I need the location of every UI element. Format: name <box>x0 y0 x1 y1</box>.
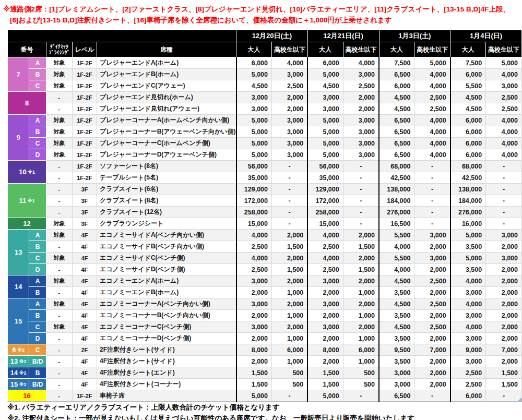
price-student-cell: 2,000 <box>343 275 379 287</box>
price-adult-cell: 2,000 <box>236 333 272 344</box>
price-student-cell: 500 <box>343 379 379 390</box>
dynamic-pricing-cell: 対象 <box>46 80 73 92</box>
price-student-cell: 2,500 <box>414 321 450 333</box>
col-header-student-3: 高校生以下 <box>414 42 450 57</box>
group-number-cell: 13 ※2 <box>8 356 29 367</box>
price-student-cell: - <box>343 161 379 172</box>
seat-letter-cell: D <box>29 333 46 344</box>
seat-letter-cell: B <box>29 241 46 253</box>
price-row: B対象1F-2FプレジャーコーナーB(アウェーベンチ向かい側)5,0003,00… <box>8 126 522 138</box>
price-adult-cell: 4,500 <box>379 275 414 287</box>
price-adult-cell: 3,500 <box>450 241 486 253</box>
price-adult-cell: 2,000 <box>307 333 343 344</box>
price-student-cell: 1,500 <box>343 264 379 275</box>
price-student-cell: 4,000 <box>486 149 522 161</box>
dynamic-pricing-cell: - <box>46 172 73 184</box>
price-student-cell: - <box>343 195 379 207</box>
price-student-cell: - <box>343 390 379 402</box>
price-adult-cell: 4,500 <box>236 80 272 92</box>
level-cell: 4F <box>72 333 97 344</box>
price-student-cell: - <box>343 218 379 230</box>
price-student-cell: - <box>486 390 522 402</box>
level-cell: 3F <box>72 207 97 218</box>
dynamic-pricing-cell: - <box>46 92 73 103</box>
price-student-cell: 4,000 <box>414 149 450 161</box>
date-header-dec21: 12月21日(日) <box>307 30 379 42</box>
price-adult-cell: 5,000 <box>307 138 343 149</box>
price-adult-cell: 5,500 <box>379 230 414 241</box>
price-adult-cell: 56,000 <box>236 161 272 172</box>
price-adult-cell: 184,000 <box>379 195 414 207</box>
price-adult-cell: 5,000 <box>236 390 272 402</box>
price-adult-cell: 9,000 <box>450 344 486 356</box>
level-cell: 4F <box>72 321 97 333</box>
dynamic-pricing-cell: - <box>46 161 73 172</box>
price-row: -1F-2Fテーブルシート(5名)35,000-35,000-42,500-42… <box>8 172 522 184</box>
price-adult-cell: 6,000 <box>450 138 486 149</box>
group-number-cell: 7 <box>8 57 29 92</box>
price-adult-cell: 4,500 <box>379 92 414 103</box>
seat-type-cell: エコノミーコーナーA(ベンチ向かい側) <box>97 298 236 310</box>
price-student-cell: - <box>414 184 450 195</box>
price-adult-cell: 4,000 <box>307 253 343 264</box>
seat-type-cell: 4F注釈付きシート(エンド) <box>97 367 236 379</box>
price-student-cell: 500 <box>272 379 308 390</box>
price-row: D対象1F-2FプレジャーコーナーD(アウェーベンチ側)5,0003,0005,… <box>8 149 522 161</box>
seat-letter-cell: D <box>29 264 46 275</box>
price-student-cell: 1,500 <box>486 367 522 379</box>
price-adult-cell: 258,000 <box>307 207 343 218</box>
seat-letter-cell: D <box>29 149 46 161</box>
group-number-cell: 15 <box>8 298 29 344</box>
price-adult-cell: 172,000 <box>236 195 272 207</box>
seat-type-cell: プレジャーエンド見切れ(アウェー) <box>97 103 236 115</box>
group-number-cell: 16 <box>8 390 46 402</box>
dynamic-pricing-cell: 対象 <box>46 298 73 310</box>
price-student-cell: 2,000 <box>414 264 450 275</box>
price-student-cell: - <box>272 161 308 172</box>
price-adult-cell: 3,000 <box>307 275 343 287</box>
price-student-cell: 4,000 <box>486 69 522 80</box>
seat-letter-cell: C <box>29 344 46 356</box>
dynamic-pricing-cell: - <box>46 195 73 207</box>
price-student-cell: 2,000 <box>272 253 308 264</box>
price-student-cell: 3,000 <box>486 230 522 241</box>
price-student-cell: - <box>272 390 308 402</box>
price-adult-cell: 4,500 <box>450 103 486 115</box>
price-row: 8-1F-2Fプレジャーエンド見切れ(ホーム)3,0002,0003,0002,… <box>8 92 522 103</box>
level-cell: 4F <box>72 253 97 264</box>
dynamic-pricing-cell: 対象 <box>46 126 73 138</box>
price-student-cell: 3,000 <box>414 230 450 241</box>
dynamic-pricing-cell: 対象 <box>46 57 73 69</box>
price-adult-cell: 2,000 <box>307 356 343 367</box>
price-adult-cell: 3,000 <box>450 356 486 367</box>
price-student-cell: 5,000 <box>486 57 522 69</box>
level-cell: 1F-2F <box>72 103 97 115</box>
price-adult-cell: 172,000 <box>307 195 343 207</box>
price-adult-cell: 4,500 <box>307 80 343 92</box>
price-row: D-4FエコノミーサイドD(ベンチ側)2,5001,5002,5001,5004… <box>8 264 522 275</box>
price-row: C対象1F-2FプレジャーコーナーC(ホームベンチ側)5,0003,0005,0… <box>8 138 522 149</box>
price-student-cell: 4,000 <box>486 115 522 126</box>
seat-type-cell: 4F注釈付きシート(コーナー) <box>97 379 236 390</box>
date-header-dec20: 12月20日(土) <box>236 30 308 42</box>
group-number-cell: 12 <box>8 218 46 230</box>
price-student-cell: - <box>343 207 379 218</box>
price-adult-cell: 3,500 <box>379 287 414 298</box>
price-adult-cell: 4,500 <box>379 298 414 310</box>
seat-type-cell: プレジャーエンドC(アウェー) <box>97 80 236 92</box>
seat-type-cell: エコノミーエンドB(ホーム) <box>97 287 236 298</box>
price-row: C対象4FエコノミーコーナーC(ベンチ側)3,0002,0003,0002,00… <box>8 321 522 333</box>
seat-type-cell: プレジャーコーナーB(アウェーベンチ向かい側) <box>97 126 236 138</box>
price-adult-cell: 4,500 <box>379 103 414 115</box>
price-adult-cell: 6,500 <box>379 126 414 138</box>
price-adult-cell: 5,000 <box>236 149 272 161</box>
price-adult-cell: 4,500 <box>450 92 486 103</box>
price-adult-cell: 184,000 <box>450 195 486 207</box>
dynamic-pricing-cell: - <box>46 207 73 218</box>
seat-type-cell: エコノミーサイドA(ベンチ向かい側) <box>97 230 236 241</box>
price-adult-cell: 16,000 <box>450 218 486 230</box>
seat-letter-cell: A <box>29 298 46 310</box>
level-cell: 1F-2F <box>72 126 97 138</box>
seat-letter-cell: C <box>29 138 46 149</box>
price-adult-cell: 3,000 <box>307 321 343 333</box>
